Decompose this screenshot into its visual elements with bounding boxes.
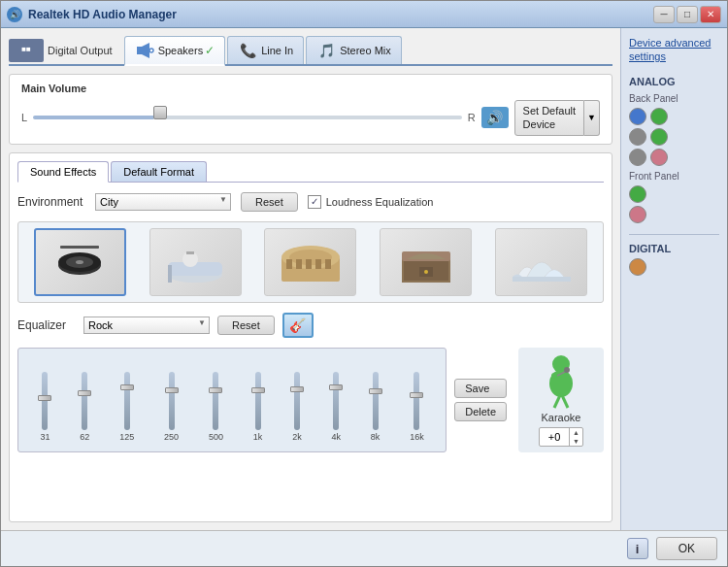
left-panel: ■■ Digital Output Speakers ✓ xyxy=(1,28,620,530)
svg-marker-1 xyxy=(142,43,149,58)
env-image-bathtub[interactable] xyxy=(149,228,242,296)
env-image-box[interactable] xyxy=(380,228,472,296)
karaoke-value-control: +0 ▲ ▼ xyxy=(539,427,583,447)
eq-band-250: 250 xyxy=(164,372,179,442)
eq-thumb-2k[interactable] xyxy=(290,386,304,392)
env-image-colosseum[interactable] xyxy=(264,228,356,296)
eq-thumb-500[interactable] xyxy=(209,387,222,393)
loudness-check-symbol: ✓ xyxy=(311,196,318,207)
connector-front-green[interactable] xyxy=(629,185,646,203)
connector-back-pink[interactable] xyxy=(650,149,668,166)
connector-back-green2[interactable] xyxy=(650,128,668,146)
ok-button[interactable]: OK xyxy=(656,537,717,560)
eq-band-8k: 8k xyxy=(371,372,381,442)
karaoke-arrows: ▲ ▼ xyxy=(569,428,582,446)
right-panel: Device advanced settings ANALOG Back Pan… xyxy=(620,28,727,530)
connector-back-green1[interactable] xyxy=(650,108,668,125)
environment-label: Environment xyxy=(17,195,85,209)
eq-thumb-125[interactable] xyxy=(120,384,134,390)
eq-freq-4k: 4k xyxy=(331,432,341,442)
eq-band-4k: 4k xyxy=(331,372,341,442)
info-button[interactable]: i xyxy=(627,538,648,559)
front-panel-label: Front Panel xyxy=(629,171,719,182)
app-icon: 🔊 xyxy=(7,7,22,22)
tab-stereomix[interactable]: 🎵 Stereo Mix xyxy=(306,36,402,64)
back-panel-row3 xyxy=(629,149,719,166)
connector-back-gray2[interactable] xyxy=(629,149,646,166)
loudness-label: Loudness Equalization xyxy=(326,196,434,208)
environment-reset-button[interactable]: Reset xyxy=(241,192,298,212)
svg-point-2 xyxy=(149,49,153,52)
stereomix-tab-icon: 🎵 xyxy=(316,41,336,60)
eq-band-31: 31 xyxy=(40,372,50,442)
loudness-row: ✓ Loudness Equalization xyxy=(308,195,434,209)
eq-band-125: 125 xyxy=(119,372,134,442)
env-image-opera[interactable] xyxy=(495,228,587,296)
svg-rect-7 xyxy=(60,246,99,249)
back-panel-label: Back Panel xyxy=(629,93,719,104)
svg-rect-10 xyxy=(168,265,172,283)
environment-row: Environment City None Bathroom Auditoriu… xyxy=(17,192,604,212)
connector-digital-orange[interactable] xyxy=(629,258,646,276)
eq-freq-500: 500 xyxy=(209,432,223,442)
volume-section: Main Volume L R 🔊 Set DefaultDevice ▼ xyxy=(9,74,612,145)
loudness-checkbox[interactable]: ✓ xyxy=(308,195,321,209)
set-default-dropdown-button[interactable]: ▼ xyxy=(584,100,600,136)
eq-thumb-31[interactable] xyxy=(38,395,51,401)
env-image-vinyl[interactable] xyxy=(34,228,126,296)
guitar-button[interactable]: 🎸 xyxy=(282,313,314,338)
minimize-button[interactable]: ─ xyxy=(653,6,675,23)
volume-slider-thumb[interactable] xyxy=(153,106,167,119)
restore-button[interactable]: □ xyxy=(677,6,698,23)
svg-rect-19 xyxy=(315,259,321,269)
front-panel-row1 xyxy=(629,185,719,203)
close-button[interactable]: ✕ xyxy=(700,6,721,23)
eq-thumb-62[interactable] xyxy=(78,390,91,396)
connector-front-pink[interactable] xyxy=(629,206,646,223)
divider xyxy=(629,234,719,235)
eq-thumb-16k[interactable] xyxy=(410,392,423,398)
svg-point-25 xyxy=(424,270,428,274)
device-advanced-link[interactable]: Device advanced settings xyxy=(629,36,719,64)
volume-speaker-icon[interactable]: 🔊 xyxy=(481,107,509,128)
back-panel-row1 xyxy=(629,108,719,125)
titlebar: 🔊 Realtek HD Audio Manager ─ □ ✕ xyxy=(1,1,727,28)
sub-tab-effects[interactable]: Sound Effects xyxy=(17,161,109,183)
eq-thumb-250[interactable] xyxy=(165,387,179,393)
eq-save-button[interactable]: Save xyxy=(454,379,507,398)
svg-rect-12 xyxy=(186,251,194,254)
svg-rect-26 xyxy=(513,277,571,282)
eq-sliders-area: 31 62 xyxy=(17,348,447,452)
eq-delete-button[interactable]: Delete xyxy=(454,402,507,421)
environment-select[interactable]: City None Bathroom Auditorium Cave xyxy=(95,193,231,211)
eq-band-62: 62 xyxy=(80,372,89,442)
volume-slider-track[interactable] xyxy=(33,111,462,124)
sub-tab-format[interactable]: Default Format xyxy=(111,161,207,182)
equalizer-select[interactable]: Rock Flat Pop Jazz Classical xyxy=(83,317,210,334)
guitar-icon: 🎸 xyxy=(289,317,306,333)
speakers-tab-label: Speakers xyxy=(158,45,203,56)
analog-section-label: ANALOG xyxy=(629,76,719,87)
eq-thumb-8k[interactable] xyxy=(369,388,382,394)
karaoke-down-button[interactable]: ▼ xyxy=(570,437,582,446)
stereomix-tab-label: Stereo Mix xyxy=(340,45,391,56)
set-default-button-group: Set DefaultDevice ▼ xyxy=(514,100,600,136)
eq-freq-250: 250 xyxy=(164,432,179,442)
svg-point-31 xyxy=(551,373,557,379)
connector-back-gray1[interactable] xyxy=(629,128,646,146)
connector-back-blue[interactable] xyxy=(629,108,646,125)
tab-speakers[interactable]: Speakers ✓ xyxy=(124,36,225,66)
eq-thumb-4k[interactable] xyxy=(329,384,343,390)
main-content: ■■ Digital Output Speakers ✓ xyxy=(1,28,727,530)
karaoke-panel: Karaoke +0 ▲ ▼ xyxy=(518,348,604,452)
eq-band-1k: 1k xyxy=(253,372,263,442)
digital-output-tab-area: ■■ Digital Output xyxy=(9,39,113,62)
eq-freq-1k: 1k xyxy=(253,432,263,442)
eq-thumb-1k[interactable] xyxy=(251,387,265,393)
linein-tab-icon: 📞 xyxy=(238,41,257,60)
set-default-main-button[interactable]: Set DefaultDevice xyxy=(514,100,584,136)
tab-linein[interactable]: 📞 Line In xyxy=(227,36,304,64)
equalizer-reset-button[interactable]: Reset xyxy=(217,316,275,335)
karaoke-up-button[interactable]: ▲ xyxy=(570,428,582,437)
eq-band-500: 500 xyxy=(209,372,223,442)
